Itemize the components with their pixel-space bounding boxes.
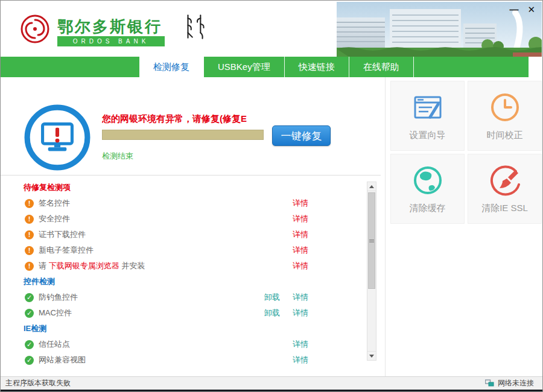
detail-link[interactable]: 详情	[293, 198, 308, 207]
download-browser-link[interactable]: 下载网银专属浏览器	[49, 261, 119, 270]
detail-slot: 详情	[293, 229, 308, 240]
item-text: 签名控件	[39, 198, 70, 207]
list-item: !签名控件详情	[1, 195, 367, 211]
item-label: 新电子签章控件	[39, 245, 264, 256]
status-bar: 主程序版本获取失败 网络未连接	[1, 376, 542, 390]
section-title: 待修复检测项	[1, 180, 367, 195]
detail-link[interactable]: 详情	[293, 245, 308, 254]
item-label: MAC控件	[39, 308, 264, 318]
nav-tab-1[interactable]: USBKey管理	[204, 57, 285, 77]
detail-link[interactable]: 详情	[293, 230, 308, 239]
tool-globe[interactable]: 清除缓存	[390, 154, 465, 224]
detail-link[interactable]: 详情	[293, 261, 308, 270]
item-label: 信任站点	[39, 339, 264, 350]
detection-list: 待修复检测项!签名控件详情!安全控件详情!证书下载控件详情!新电子签章控件详情!…	[1, 180, 367, 368]
app-window: 鄂尔多斯银行 ORDOS BANK	[0, 0, 543, 392]
detail-slot: 详情	[293, 308, 308, 318]
nav-tab-0[interactable]: 检测修复	[139, 57, 204, 77]
detail-slot: 详情	[293, 245, 308, 256]
item-text: 信任站点	[39, 340, 70, 349]
progress-fill	[103, 130, 263, 139]
tool-label: 清除IE SSL	[481, 203, 528, 214]
item-label: 证书下载控件	[39, 229, 264, 240]
section-title: 控件检测	[1, 274, 367, 289]
list-item: ✓防钓鱼控件卸载详情	[1, 289, 367, 305]
section-title: IE检测	[1, 321, 367, 337]
close-button[interactable]: ✕	[527, 4, 535, 16]
item-text: 请	[39, 261, 49, 270]
uninstall-slot: 卸载	[264, 292, 293, 303]
item-text: 新电子签章控件	[39, 245, 94, 254]
detail-slot: 详情	[293, 355, 308, 365]
nav-tab-2[interactable]: 快速链接	[285, 57, 349, 77]
item-text: 防钓鱼控件	[39, 292, 78, 302]
tool-label: 设置向导	[410, 130, 446, 141]
warning-icon: !	[25, 262, 34, 271]
detail-link[interactable]: 详情	[293, 340, 308, 349]
detail-slot: 详情	[293, 198, 308, 209]
item-label: 请 下载网银专属浏览器 并安装	[39, 261, 264, 271]
detail-link[interactable]: 详情	[293, 292, 308, 302]
scrollbar-down-button[interactable]	[367, 351, 376, 360]
detail-slot: 详情	[293, 261, 308, 271]
item-text: 安全控件	[39, 214, 70, 223]
detail-link[interactable]: 详情	[293, 355, 308, 364]
tool-setup-wizard[interactable]: 设置向导	[390, 81, 465, 151]
network-icon	[485, 379, 494, 387]
item-label: 签名控件	[39, 198, 264, 209]
uninstall-link[interactable]: 卸载	[264, 292, 280, 302]
repair-section: 您的网银环境有异常，请修复(修复E 一键修复 检测结束	[1, 77, 381, 175]
header: 鄂尔多斯银行 ORDOS BANK	[1, 1, 542, 57]
item-label: 防钓鱼控件	[39, 292, 264, 303]
scrollbar	[367, 182, 376, 361]
status-left-text: 主程序版本获取失败	[5, 377, 71, 390]
check-icon: ✓	[25, 309, 34, 318]
check-icon: ✓	[25, 340, 34, 349]
window-controls: — ✕	[509, 4, 535, 16]
list-item: !安全控件详情	[1, 211, 367, 227]
nav-right-spacer	[529, 57, 542, 77]
detection-status-text: 检测结束	[102, 151, 133, 162]
arrow-down-icon	[369, 355, 374, 358]
nav-tab-3[interactable]: 在线帮助	[349, 57, 414, 77]
scrollbar-thumb[interactable]	[368, 192, 375, 289]
item-text: 证书下载控件	[39, 230, 86, 239]
list-item: ✓MAC控件卸载详情	[1, 305, 367, 321]
globe-icon	[411, 164, 444, 197]
item-label: 安全控件	[39, 213, 264, 224]
item-text: 网站兼容视图	[39, 355, 86, 364]
grip-icon	[369, 241, 374, 241]
bank-name-en: ORDOS BANK	[57, 36, 165, 46]
tool-label: 清除缓存	[410, 203, 446, 214]
detail-link[interactable]: 详情	[293, 214, 308, 223]
network-status-text: 网络未连接	[498, 378, 534, 388]
detail-link[interactable]: 详情	[293, 308, 308, 317]
scrollbar-up-button[interactable]	[367, 182, 376, 191]
bottom-strip	[1, 390, 542, 392]
detail-slot: 详情	[293, 213, 308, 224]
uninstall-link[interactable]: 卸载	[264, 308, 280, 317]
setup-wizard-icon	[411, 91, 444, 124]
tool-brush[interactable]: 清除IE SSL	[468, 154, 542, 224]
minimize-button[interactable]: —	[509, 4, 518, 16]
warning-icon: !	[25, 246, 34, 255]
list-item: ✓信任站点详情	[1, 337, 367, 352]
item-text: 并安装	[119, 261, 145, 270]
scrollbar-track[interactable]	[367, 191, 376, 351]
tool-clock[interactable]: 时间校正	[468, 81, 542, 151]
network-status: 网络未连接	[485, 377, 534, 390]
nav-bar: 检测修复USBKey管理快速链接在线帮助	[1, 57, 542, 77]
bank-name: 鄂尔多斯银行	[57, 16, 162, 37]
clock-icon	[489, 91, 521, 124]
brush-icon	[489, 164, 521, 197]
nav-tabs: 检测修复USBKey管理快速链接在线帮助	[139, 57, 414, 77]
tool-label: 时间校正	[487, 130, 523, 141]
main-panel: 您的网银环境有异常，请修复(修复E 一键修复 检测结束 待修复检测项!签名控件详…	[1, 77, 386, 376]
warning-icon: !	[25, 199, 34, 208]
one-click-repair-button[interactable]: 一键修复	[272, 125, 331, 146]
detail-slot: 详情	[293, 292, 308, 303]
list-item: !证书下载控件详情	[1, 227, 367, 242]
warning-icon: !	[25, 215, 34, 224]
progress-bar	[102, 130, 264, 140]
mongolian-script	[182, 13, 209, 43]
